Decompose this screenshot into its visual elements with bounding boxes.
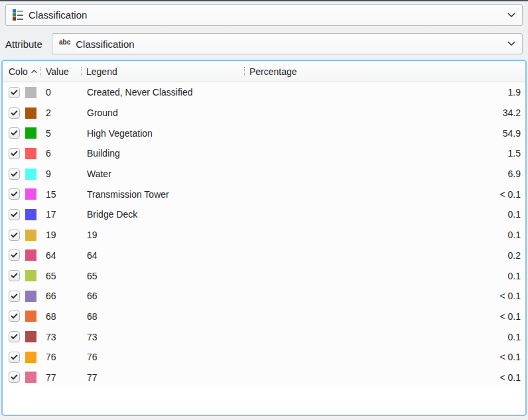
table-body: 0 Created, Never Classified 1.9 2 Ground… (3, 82, 525, 387)
color-swatch[interactable] (25, 270, 36, 281)
checkmark-icon (11, 354, 18, 360)
percentage-cell: 6.9 (244, 169, 525, 179)
color-swatch[interactable] (25, 311, 36, 322)
color-swatch[interactable] (25, 87, 36, 98)
legend-cell: Building (81, 148, 244, 159)
row-checkbox[interactable] (9, 331, 20, 342)
color-swatch[interactable] (25, 331, 36, 342)
column-header-color[interactable]: Colo (3, 61, 40, 82)
checkmark-icon (11, 90, 18, 96)
row-checkbox[interactable] (9, 270, 20, 281)
table-row[interactable]: 17 Bridge Deck 0.1 (3, 204, 525, 225)
color-swatch[interactable] (25, 127, 36, 139)
row-checkbox[interactable] (9, 291, 20, 302)
attribute-label: Attribute (5, 33, 42, 54)
color-swatch[interactable] (25, 169, 36, 180)
value-cell: 73 (40, 332, 81, 342)
attribute-combo[interactable]: abc Classification (52, 33, 523, 54)
table-row[interactable]: 68 68 < 0.1 (3, 307, 525, 327)
row-checkbox[interactable] (9, 209, 20, 220)
legend-cell: High Vegetation (81, 128, 244, 139)
color-cell (3, 372, 40, 383)
checkmark-icon (11, 212, 18, 218)
value-cell: 9 (40, 169, 81, 179)
color-cell (3, 169, 40, 180)
percentage-cell: < 0.1 (244, 372, 525, 383)
percentage-cell: < 0.1 (244, 352, 525, 362)
checkmark-icon (11, 252, 18, 258)
checkmark-icon (11, 110, 18, 116)
row-checkbox[interactable] (9, 127, 20, 139)
color-swatch[interactable] (25, 291, 36, 302)
value-cell: 17 (40, 209, 81, 220)
value-cell: 2 (40, 107, 81, 118)
table-row[interactable]: 73 73 0.1 (3, 326, 525, 347)
color-cell (3, 270, 40, 281)
percentage-cell: 1.5 (244, 148, 525, 159)
color-swatch[interactable] (25, 230, 36, 241)
table-row[interactable]: 2 Ground 34.2 (3, 103, 525, 123)
color-swatch[interactable] (25, 352, 36, 363)
checkmark-icon (11, 151, 18, 157)
table-row[interactable]: 64 64 0.2 (3, 245, 525, 266)
value-cell: 6 (40, 148, 81, 159)
legend-cell: 64 (81, 250, 244, 261)
table-row[interactable]: 6 Building 1.5 (3, 143, 525, 164)
checkmark-icon (11, 293, 18, 299)
checkmark-icon (11, 232, 18, 238)
legend-cell: 68 (81, 311, 244, 322)
table-header: Colo Value Legend Percentage (3, 61, 525, 82)
table-row[interactable]: 19 19 0.1 (3, 225, 525, 245)
table-row[interactable]: 0 Created, Never Classified 1.9 (3, 82, 525, 103)
chevron-down-icon (507, 13, 515, 18)
color-cell (3, 87, 40, 98)
column-header-legend[interactable]: Legend (81, 61, 244, 82)
color-swatch[interactable] (25, 148, 36, 159)
row-checkbox[interactable] (9, 372, 20, 383)
row-checkbox[interactable] (9, 188, 20, 200)
column-header-percentage[interactable]: Percentage (244, 61, 525, 82)
percentage-cell: < 0.1 (244, 311, 525, 322)
row-checkbox[interactable] (9, 249, 20, 261)
row-checkbox[interactable] (9, 148, 20, 159)
table-row[interactable]: 65 65 0.1 (3, 265, 525, 286)
table-row[interactable]: 66 66 < 0.1 (3, 286, 525, 307)
color-swatch[interactable] (25, 249, 36, 261)
table-row[interactable]: 9 Water 6.9 (3, 164, 525, 184)
table-row[interactable]: 5 High Vegetation 54.9 (3, 123, 525, 143)
attribute-value: Classification (76, 38, 134, 50)
text-field-abc-icon: abc (59, 39, 70, 46)
checkmark-icon (11, 374, 18, 380)
percentage-cell: 34.2 (244, 107, 525, 118)
render-type-combo[interactable]: Classification (5, 4, 523, 26)
panel-top-border (0, 0, 528, 1)
row-checkbox[interactable] (9, 311, 20, 322)
color-swatch[interactable] (25, 372, 36, 383)
color-cell (3, 148, 40, 159)
color-swatch[interactable] (25, 188, 36, 200)
value-cell: 66 (40, 291, 81, 301)
row-checkbox[interactable] (9, 230, 20, 241)
color-swatch[interactable] (25, 107, 36, 119)
percentage-cell: 0.1 (244, 209, 525, 220)
color-cell (3, 352, 40, 363)
column-header-legend-label: Legend (86, 66, 117, 77)
column-header-value[interactable]: Value (40, 61, 81, 82)
row-checkbox[interactable] (9, 87, 20, 98)
chevron-down-icon (507, 41, 515, 46)
color-cell (3, 127, 40, 139)
value-cell: 77 (40, 372, 81, 383)
color-swatch[interactable] (25, 209, 36, 220)
row-checkbox[interactable] (9, 107, 20, 119)
row-checkbox[interactable] (9, 169, 20, 180)
legend-cell: Created, Never Classified (81, 87, 244, 98)
percentage-cell: 0.1 (244, 230, 525, 240)
value-cell: 19 (40, 230, 81, 240)
table-row[interactable]: 76 76 < 0.1 (3, 347, 525, 368)
checkmark-icon (11, 171, 18, 177)
table-row[interactable]: 77 77 < 0.1 (3, 368, 525, 388)
row-checkbox[interactable] (9, 352, 20, 363)
legend-cell: 77 (81, 372, 244, 383)
table-row[interactable]: 15 Transmission Tower < 0.1 (3, 184, 525, 204)
legend-cell: Bridge Deck (81, 209, 244, 220)
